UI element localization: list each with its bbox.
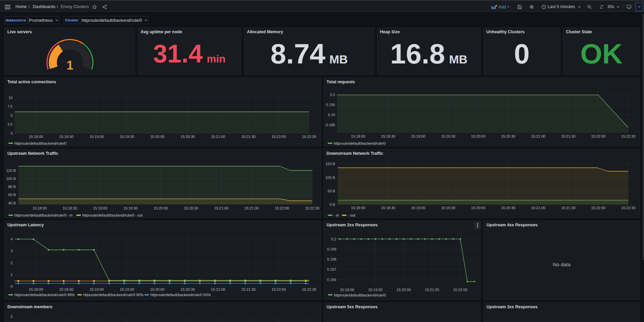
svg-text:15:19:00: 15:19:00 (368, 288, 382, 292)
svg-text:15:22:30: 15:22:30 (302, 135, 316, 139)
svg-text:15:22:00: 15:22:00 (272, 135, 286, 139)
svg-text:15:21:00: 15:21:00 (531, 206, 545, 210)
svg-text:100 B: 100 B (325, 176, 335, 180)
svg-text:2: 2 (10, 314, 12, 318)
svg-text:httproute/default/backend/rule: httproute/default/backend/rule/0 99% (14, 293, 75, 297)
svg-text:15:20:00: 15:20:00 (396, 288, 411, 292)
svg-text:15:21:30: 15:21:30 (561, 206, 576, 210)
svg-text:0: 0 (10, 131, 12, 135)
svg-text:7.5: 7.5 (7, 104, 12, 108)
svg-text:httproute/default/backend/rule: httproute/default/backend/rule/0 (334, 293, 386, 297)
svg-text:15:20:30: 15:20:30 (501, 206, 515, 210)
svg-text:15:22:30: 15:22:30 (302, 287, 316, 291)
svg-text:15:22:00: 15:22:00 (453, 288, 467, 292)
svg-text:- in: - in (333, 213, 338, 217)
svg-text:15:21:00: 15:21:00 (211, 135, 225, 139)
svg-text:15:18:30: 15:18:30 (59, 135, 74, 139)
svg-text:15:22:30: 15:22:30 (621, 206, 635, 210)
svg-text:15:20:30: 15:20:30 (501, 134, 515, 138)
svg-text:15:20:00: 15:20:00 (153, 206, 168, 210)
svg-text:0.196: 0.196 (327, 278, 336, 282)
svg-text:15:18:00: 15:18:00 (29, 287, 43, 291)
svg-text:15:18:00: 15:18:00 (340, 288, 354, 292)
svg-text:15:18:00: 15:18:00 (33, 206, 47, 210)
svg-text:120 B: 120 B (6, 169, 16, 173)
svg-text:15:19:00: 15:19:00 (89, 287, 104, 291)
svg-text:5: 5 (10, 113, 12, 118)
svg-text:0.185: 0.185 (326, 123, 335, 127)
svg-text:10: 10 (8, 96, 12, 100)
svg-text:15:19:30: 15:19:30 (441, 206, 455, 210)
svg-text:40 B: 40 B (8, 201, 16, 205)
svg-text:15:18:30: 15:18:30 (59, 287, 74, 291)
svg-text:0: 0 (10, 284, 12, 288)
svg-text:0.2: 0.2 (331, 237, 336, 241)
svg-text:15:18:00: 15:18:00 (351, 134, 365, 138)
svg-text:15:20:00: 15:20:00 (150, 287, 165, 291)
svg-text:15:22:00: 15:22:00 (275, 206, 289, 210)
svg-text:15:22:00: 15:22:00 (272, 287, 286, 291)
svg-text:15:20:30: 15:20:30 (181, 135, 195, 139)
svg-text:3: 3 (10, 249, 12, 253)
svg-text:100 B: 100 B (6, 177, 16, 181)
svg-text:15:22:30: 15:22:30 (621, 134, 635, 138)
svg-text:15:18:30: 15:18:30 (381, 134, 395, 138)
svg-text:2: 2 (10, 261, 12, 265)
svg-text:0.197: 0.197 (327, 267, 336, 271)
svg-text:httproute/default/backend/rule: httproute/default/backend/rule/0 50% (150, 293, 211, 297)
svg-text:httproute/default/backend/rule: httproute/default/backend/rule/0 (14, 141, 66, 145)
svg-text:1: 1 (10, 273, 12, 277)
svg-text:15:19:00: 15:19:00 (89, 135, 104, 139)
svg-text:15:18:00: 15:18:00 (29, 135, 43, 139)
svg-text:15:21:00: 15:21:00 (425, 288, 439, 292)
svg-text:15:21:00: 15:21:00 (531, 134, 545, 138)
svg-text:15:21:30: 15:21:30 (241, 135, 256, 139)
svg-text:15:20:30: 15:20:30 (181, 287, 195, 291)
svg-text:15:19:00: 15:19:00 (411, 134, 425, 138)
svg-text:15:21:30: 15:21:30 (241, 287, 256, 291)
svg-text:0.198: 0.198 (327, 257, 336, 261)
svg-text:- out: - out (348, 213, 355, 217)
svg-text:60 B: 60 B (8, 193, 16, 197)
svg-text:15:20:30: 15:20:30 (184, 206, 198, 210)
svg-text:15:18:30: 15:18:30 (63, 206, 77, 210)
svg-text:15:20:00: 15:20:00 (471, 134, 485, 138)
svg-text:15:19:30: 15:19:30 (123, 206, 138, 210)
svg-text:15:21:30: 15:21:30 (244, 206, 259, 210)
svg-text:15:22:30: 15:22:30 (305, 206, 319, 210)
svg-text:15:21:30: 15:21:30 (561, 134, 576, 138)
svg-text:httproute/default/backend/rule: httproute/default/backend/rule/0 (333, 141, 385, 145)
svg-text:150 B: 150 B (325, 162, 335, 166)
svg-text:0.2: 0.2 (330, 93, 335, 97)
svg-text:15:20:00: 15:20:00 (471, 206, 485, 210)
svg-text:15:20:00: 15:20:00 (150, 135, 165, 139)
svg-text:httproute/default/backend/rule: httproute/default/backend/rule/0 90% (83, 293, 144, 297)
svg-text:15:19:30: 15:19:30 (441, 134, 455, 138)
svg-text:15:19:00: 15:19:00 (93, 206, 107, 210)
svg-text:15:19:30: 15:19:30 (120, 287, 134, 291)
svg-text:httproute/default/backend/rule: httproute/default/backend/rule/0 - out (82, 213, 143, 217)
svg-text:httproute/default/backend/rule: httproute/default/backend/rule/0 - in (14, 213, 73, 217)
svg-text:0.19: 0.19 (328, 113, 335, 117)
svg-text:15:19:00: 15:19:00 (411, 206, 425, 210)
svg-text:15:18:30: 15:18:30 (381, 206, 395, 210)
svg-text:0.199: 0.199 (327, 247, 336, 251)
svg-text:15:21:00: 15:21:00 (214, 206, 229, 210)
svg-text:2.5: 2.5 (7, 122, 12, 126)
svg-text:15:22:00: 15:22:00 (591, 206, 605, 210)
svg-text:15:19:30: 15:19:30 (120, 135, 134, 139)
svg-text:80 B: 80 B (8, 185, 16, 189)
svg-text:4: 4 (10, 237, 12, 241)
svg-text:1: 1 (66, 58, 73, 72)
svg-text:15:18:00: 15:18:00 (351, 206, 365, 210)
svg-text:50 B: 50 B (327, 189, 335, 193)
svg-text:0 B: 0 B (329, 202, 335, 206)
svg-text:0.195: 0.195 (326, 103, 335, 107)
svg-text:15:22:00: 15:22:00 (591, 134, 605, 138)
svg-text:15:21:00: 15:21:00 (211, 287, 225, 291)
